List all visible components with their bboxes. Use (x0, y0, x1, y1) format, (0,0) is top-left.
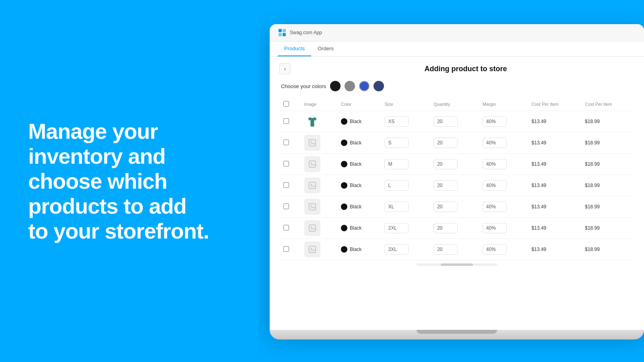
svg-point-15 (311, 248, 312, 249)
margin-input-1[interactable] (483, 138, 507, 148)
qty-input-4[interactable] (433, 202, 458, 212)
color-dot-2 (341, 161, 347, 167)
color-swatch-black[interactable] (330, 81, 341, 91)
table-row: Black $13.49$18.99 (279, 132, 634, 154)
row-checkbox-4[interactable] (283, 204, 289, 209)
product-image-cell-5 (300, 218, 337, 239)
qty-input-2[interactable] (433, 159, 458, 169)
color-cell-5: Black (337, 218, 381, 239)
product-placeholder-3 (304, 177, 320, 193)
laptop-screen: Swag.com App Products Orders ‹ Adding pr… (270, 24, 644, 330)
table-row: Black $13.49$18.99 (279, 239, 634, 260)
svg-point-13 (311, 226, 312, 228)
col-image: Image (300, 98, 337, 111)
app-body: ‹ Adding product to store Choose your co… (270, 57, 644, 276)
col-quantity: Quantity (429, 98, 479, 111)
size-input-5[interactable] (384, 223, 409, 233)
margin-input-4[interactable] (483, 202, 507, 212)
color-cell-2: Black (337, 154, 381, 175)
svg-rect-2 (279, 33, 282, 36)
margin-cell-5 (479, 218, 528, 239)
color-dot-1 (341, 140, 347, 146)
size-input-0[interactable] (384, 116, 409, 127)
cost-per-item-cell-3: $13.49 (528, 175, 581, 196)
color-name-0: Black (350, 119, 361, 124)
product-image-cell-2 (300, 154, 337, 175)
qty-cell-6 (429, 239, 479, 260)
size-input-3[interactable] (384, 180, 409, 191)
table-row: Black $13.49$18.99 (279, 154, 634, 175)
qty-cell-3 (429, 175, 479, 196)
svg-rect-1 (283, 29, 286, 32)
laptop-wrapper: Swag.com App Products Orders ‹ Adding pr… (270, 24, 644, 362)
qty-input-5[interactable] (433, 223, 458, 233)
cost-per-item-cell-5: $13.49 (528, 218, 581, 239)
color-name-1: Black (350, 140, 361, 146)
app-header: Swag.com App (270, 24, 644, 41)
product-image-0 (304, 113, 320, 130)
svg-rect-10 (309, 204, 316, 210)
size-input-4[interactable] (384, 202, 409, 212)
top-bar: ‹ Adding product to store (279, 63, 634, 74)
margin-input-3[interactable] (483, 180, 507, 191)
product-image-cell-4 (300, 196, 337, 218)
color-cell-3: Black (337, 175, 381, 196)
margin-input-2[interactable] (483, 159, 507, 169)
qty-input-1[interactable] (433, 138, 458, 148)
app-tabs: Products Orders (270, 41, 644, 57)
qty-cell-2 (429, 154, 479, 175)
product-image-cell-6 (300, 239, 337, 260)
table-row: Black $13.49$18.99 (279, 175, 634, 196)
color-cell-4: Black (337, 196, 381, 218)
row-checkbox-3[interactable] (283, 182, 289, 188)
margin-input-6[interactable] (483, 244, 507, 255)
col-margin: Margin (479, 98, 528, 111)
product-placeholder-5 (304, 220, 320, 236)
col-color: Color (337, 98, 381, 111)
cost-cell-1: $18.99 (581, 132, 634, 154)
svg-point-11 (311, 205, 312, 206)
margin-cell-3 (479, 175, 528, 196)
color-swatch-gray[interactable] (345, 81, 355, 91)
col-size: Size (380, 98, 429, 111)
margin-input-0[interactable] (483, 116, 507, 127)
row-checkbox-0[interactable] (283, 118, 289, 124)
select-all-checkbox[interactable] (283, 101, 289, 107)
tab-products[interactable]: Products (278, 41, 311, 56)
tab-orders[interactable]: Orders (311, 41, 340, 56)
color-dot-6 (341, 246, 347, 253)
color-swatch-blue[interactable] (359, 81, 369, 91)
row-checkbox-6[interactable] (283, 246, 289, 252)
qty-cell-1 (429, 132, 479, 154)
row-checkbox-5[interactable] (283, 225, 289, 230)
margin-cell-4 (479, 196, 528, 218)
cost-per-item-cell-0: $13.49 (528, 111, 581, 132)
color-swatch-navy[interactable] (374, 81, 384, 91)
size-input-6[interactable] (384, 244, 409, 255)
qty-input-0[interactable] (433, 116, 458, 127)
row-checkbox-1[interactable] (283, 140, 289, 145)
qty-input-6[interactable] (433, 244, 458, 255)
cost-cell-0: $18.99 (581, 111, 634, 132)
product-image-cell-3 (300, 175, 337, 196)
color-picker-label: Choose your colors (281, 83, 326, 89)
table-row: Black $13.49$18.99 (279, 218, 634, 239)
scroll-hint (417, 263, 497, 266)
col-cost-per-item: Cost Per Item (528, 98, 581, 111)
margin-input-5[interactable] (483, 223, 507, 233)
qty-input-3[interactable] (433, 180, 458, 191)
size-input-1[interactable] (384, 138, 409, 148)
back-button[interactable]: ‹ (279, 63, 291, 74)
margin-cell-6 (479, 239, 528, 260)
qty-cell-4 (429, 196, 479, 218)
svg-rect-4 (309, 140, 316, 146)
size-input-2[interactable] (384, 159, 409, 169)
color-cell-1: Black (337, 132, 381, 154)
svg-rect-6 (309, 161, 316, 167)
row-checkbox-2[interactable] (283, 161, 289, 167)
color-name-4: Black (350, 204, 361, 210)
product-table: Image Color Size Quantity Margin Cost Pe… (279, 98, 634, 260)
left-panel: Manage your inventory and choose which p… (0, 0, 258, 362)
color-cell-0: Black (337, 111, 381, 132)
color-picker-section: Choose your colors (279, 81, 634, 91)
